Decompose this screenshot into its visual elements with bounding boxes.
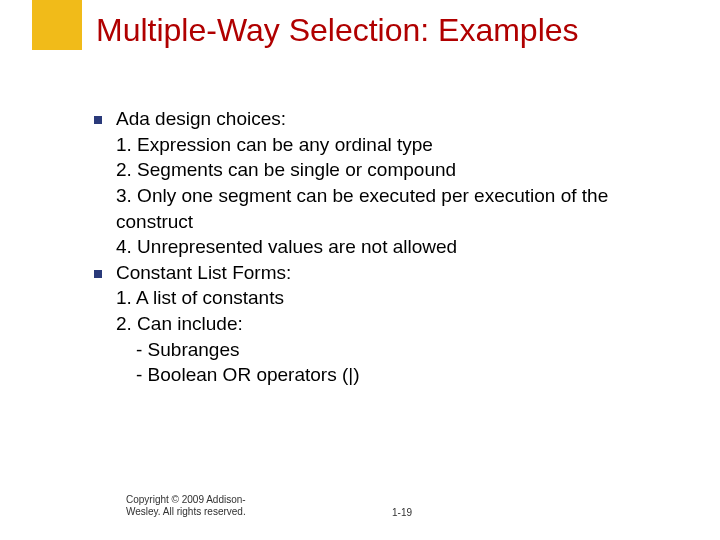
numbered-line: 2. Segments can be single or compound <box>94 157 680 183</box>
bullet-item: Constant List Forms: <box>94 260 680 286</box>
numbered-line: 1. Expression can be any ordinal type <box>94 132 680 158</box>
line-text: 3. Only one segment can be executed per … <box>116 183 680 234</box>
sub-line: - Subranges <box>94 337 680 363</box>
page-number: 1-19 <box>392 507 412 518</box>
line-text: - Boolean OR operators (|) <box>136 362 360 388</box>
corner-accent <box>32 0 82 50</box>
line-text: 1. Expression can be any ordinal type <box>116 132 433 158</box>
line-text: 2. Segments can be single or compound <box>116 157 456 183</box>
footer-line: Copyright © 2009 Addison- <box>126 494 326 506</box>
numbered-line: 4. Unrepresented values are not allowed <box>94 234 680 260</box>
numbered-line: 2. Can include: <box>94 311 680 337</box>
square-bullet-icon <box>94 270 102 278</box>
line-text: 2. Can include: <box>116 311 243 337</box>
copyright-footer: Copyright © 2009 Addison- Wesley. All ri… <box>126 494 326 518</box>
bullet-text: Ada design choices: <box>116 106 286 132</box>
bullet-text: Constant List Forms: <box>116 260 291 286</box>
slide-title: Multiple-Way Selection: Examples <box>96 12 700 49</box>
bullet-item: Ada design choices: <box>94 106 680 132</box>
line-text: 1. A list of constants <box>116 285 284 311</box>
numbered-line: 3. Only one segment can be executed per … <box>94 183 680 234</box>
slide-body: Ada design choices: 1. Expression can be… <box>94 106 680 388</box>
square-bullet-icon <box>94 116 102 124</box>
line-text: 4. Unrepresented values are not allowed <box>116 234 457 260</box>
numbered-line: 1. A list of constants <box>94 285 680 311</box>
line-text: - Subranges <box>136 337 240 363</box>
sub-line: - Boolean OR operators (|) <box>94 362 680 388</box>
footer-line: Wesley. All rights reserved. <box>126 506 326 518</box>
